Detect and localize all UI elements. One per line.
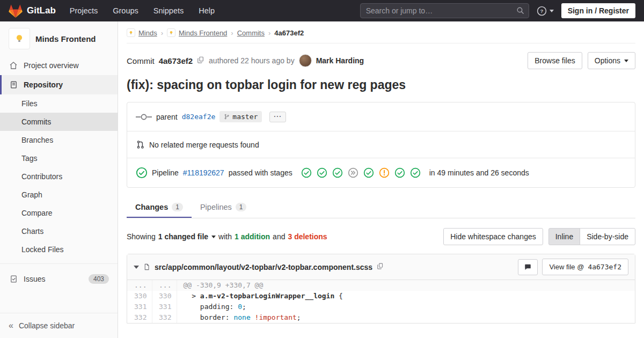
view-file-button[interactable]: View file @ 4a673ef2 bbox=[542, 259, 628, 275]
breadcrumb-label[interactable]: Commits bbox=[237, 29, 265, 37]
collapse-sidebar-button[interactable]: Collapse sidebar bbox=[0, 313, 118, 338]
search-input[interactable] bbox=[360, 3, 529, 18]
old-line-number[interactable]: 331 bbox=[127, 302, 152, 312]
copy-path-icon[interactable] bbox=[377, 262, 384, 272]
stage-passed-icon[interactable] bbox=[332, 167, 343, 178]
sidebar-subitem-charts[interactable]: Charts bbox=[0, 222, 118, 240]
branch-icon bbox=[224, 113, 230, 120]
tab-label: Changes bbox=[135, 203, 168, 211]
sidebar-item-label: Issues bbox=[24, 275, 45, 283]
view-file-label: View file @ bbox=[549, 263, 584, 271]
comment-button[interactable] bbox=[518, 259, 538, 275]
parent-label: parent bbox=[156, 113, 178, 121]
expand-refs-button[interactable]: ··· bbox=[269, 112, 286, 122]
collapse-file-icon[interactable] bbox=[134, 266, 139, 269]
pipeline-id-link[interactable]: #118192627 bbox=[183, 168, 224, 177]
sign-in-button[interactable]: Sign in / Register bbox=[561, 3, 635, 18]
stage-passed-icon[interactable] bbox=[317, 167, 327, 178]
sidebar-subitem-locked-files[interactable]: Locked Files bbox=[0, 240, 118, 259]
new-line-number[interactable]: 331 bbox=[152, 302, 177, 312]
author-name[interactable]: Mark Harding bbox=[316, 56, 364, 65]
new-line-number[interactable]: 332 bbox=[152, 312, 177, 323]
old-line-number[interactable]: 330 bbox=[127, 291, 152, 302]
project-name: Minds Frontend bbox=[35, 34, 96, 43]
project-header[interactable]: Minds Frontend bbox=[0, 21, 118, 56]
sidebar-item-label: Project overview bbox=[24, 61, 79, 70]
nav-item-help[interactable]: Help bbox=[199, 6, 215, 15]
breadcrumb-item[interactable]: Minds Frontend bbox=[167, 28, 227, 37]
parent-row: parent d82eaf2e master ··· bbox=[127, 102, 635, 131]
search-icon[interactable] bbox=[516, 6, 525, 17]
stage-passed-icon[interactable] bbox=[394, 167, 405, 178]
new-line-number[interactable]: 330 bbox=[152, 291, 177, 302]
old-line-number[interactable]: 332 bbox=[127, 312, 152, 323]
nav-item-snippets[interactable]: Snippets bbox=[153, 6, 184, 15]
chevron-down-icon bbox=[211, 236, 216, 238]
inline-view-button[interactable]: Inline bbox=[548, 228, 580, 245]
branch-name: master bbox=[232, 113, 258, 121]
with-label: with bbox=[218, 232, 232, 241]
pipeline-status-icon[interactable] bbox=[136, 167, 148, 179]
breadcrumb-label[interactable]: Minds Frontend bbox=[179, 29, 227, 37]
and-label: and bbox=[273, 232, 285, 241]
collapse-label: Collapse sidebar bbox=[19, 321, 75, 330]
code-line: padding: 0; bbox=[177, 302, 635, 312]
stage-passed-icon[interactable] bbox=[410, 167, 421, 178]
copy-sha-icon[interactable] bbox=[197, 56, 204, 65]
project-avatar bbox=[9, 28, 30, 49]
stage-passed-icon[interactable] bbox=[301, 167, 312, 178]
sidebar-item-repository[interactable]: Repository bbox=[0, 75, 118, 94]
sidebar-item-issues[interactable]: Issues 403 bbox=[0, 269, 118, 289]
options-button[interactable]: Options bbox=[588, 52, 635, 69]
sidebar-subitem-tags[interactable]: Tags bbox=[0, 149, 118, 167]
changed-files-dropdown[interactable]: 1 changed file bbox=[158, 232, 216, 241]
pipeline-row: Pipeline #118192627 passed with stages i… bbox=[127, 158, 635, 187]
stage-skipped-icon[interactable] bbox=[348, 167, 358, 178]
parent-sha-link[interactable]: d82eaf2e bbox=[182, 113, 216, 121]
breadcrumb-label[interactable]: Minds bbox=[138, 29, 157, 37]
merge-request-row: No related merge requests found bbox=[127, 131, 635, 158]
home-icon bbox=[9, 61, 18, 70]
sidebar-subitem-branches[interactable]: Branches bbox=[0, 131, 118, 149]
diff-line-row: 331331 padding: 0; bbox=[127, 302, 635, 312]
sidebar-subitem-graph[interactable]: Graph bbox=[0, 186, 118, 204]
code-line: > a.m-v2-topbarLoginWrapper__login { bbox=[177, 291, 635, 302]
nav-item-groups[interactable]: Groups bbox=[113, 6, 138, 15]
view-mode-toggle: Inline Side-by-side bbox=[548, 228, 635, 245]
tab-count-badge: 1 bbox=[236, 203, 247, 211]
side-by-side-view-button[interactable]: Side-by-side bbox=[580, 228, 635, 245]
nav-item-projects[interactable]: Projects bbox=[70, 6, 98, 15]
gitlab-logo[interactable]: GitLab bbox=[9, 4, 56, 18]
showing-label: Showing bbox=[127, 232, 156, 241]
sidebar-item-project-overview[interactable]: Project overview bbox=[0, 56, 118, 75]
merge-request-icon bbox=[136, 140, 145, 149]
tab-label: Pipelines bbox=[200, 203, 232, 211]
sidebar-subitem-files[interactable]: Files bbox=[0, 94, 118, 113]
hide-whitespace-button[interactable]: Hide whitespace changes bbox=[443, 228, 543, 245]
sidebar-subitem-commits[interactable]: Commits bbox=[0, 113, 118, 131]
browse-files-button[interactable]: Browse files bbox=[528, 52, 582, 69]
sidebar-divider bbox=[0, 263, 118, 264]
diff-file-header: src/app/common/layout/v2-topbar/v2-topba… bbox=[127, 254, 635, 280]
tab-pipelines[interactable]: Pipelines1 bbox=[192, 196, 255, 218]
new-line-number: ... bbox=[152, 280, 177, 291]
commit-meta-left: Commit 4a673ef2 authored 22 hours ago by… bbox=[127, 54, 364, 67]
file-path[interactable]: src/app/common/layout/v2-topbar/v2-topba… bbox=[155, 263, 372, 271]
tab-changes[interactable]: Changes1 bbox=[127, 196, 192, 218]
sidebar-subitem-compare[interactable]: Compare bbox=[0, 204, 118, 222]
authored-text: authored 22 hours ago by bbox=[209, 56, 295, 65]
breadcrumb-item[interactable]: Commits bbox=[237, 29, 265, 37]
deletions-count: 3 deletions bbox=[288, 232, 327, 241]
sidebar-subitem-contributors[interactable]: Contributors bbox=[0, 167, 118, 186]
stage-warning-icon[interactable] bbox=[379, 167, 390, 178]
help-menu[interactable]: ? bbox=[537, 6, 554, 16]
branch-ref-label[interactable]: master bbox=[219, 111, 262, 122]
breadcrumb-item[interactable]: Minds bbox=[127, 28, 157, 37]
chevron-down-icon bbox=[550, 10, 554, 12]
diff-line-row: 330330 > a.m-v2-topbarLoginWrapper__logi… bbox=[127, 291, 635, 302]
chevron-double-left-icon bbox=[9, 321, 13, 330]
commit-meta-row: Commit 4a673ef2 authored 22 hours ago by… bbox=[127, 43, 635, 69]
old-line-number: ... bbox=[127, 280, 152, 291]
author-avatar[interactable] bbox=[299, 54, 312, 67]
stage-passed-icon[interactable] bbox=[363, 167, 374, 178]
